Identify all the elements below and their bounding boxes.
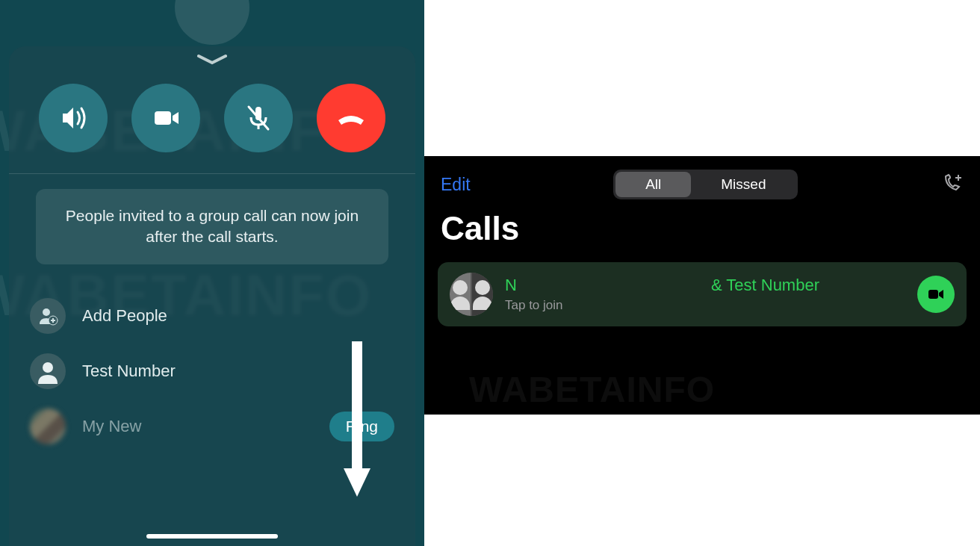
tab-missed[interactable]: Missed	[691, 172, 796, 197]
chevron-down-icon	[196, 54, 228, 66]
video-icon	[925, 284, 946, 305]
call-buttons-row	[16, 73, 408, 173]
add-people-label: Add People	[82, 306, 394, 326]
avatar-blurred	[30, 409, 66, 444]
name-part-1: N	[505, 276, 517, 295]
call-subtitle: Tap to join	[505, 298, 905, 313]
call-participants-label: N & Test Number	[505, 276, 905, 295]
group-call-sheet: WABETAINFO WABETAINFO	[0, 0, 424, 546]
video-button[interactable]	[131, 84, 200, 152]
avatar	[30, 353, 66, 389]
speaker-button[interactable]	[39, 84, 108, 152]
info-text: People invited to a group call can now j…	[66, 207, 359, 245]
hangup-icon	[331, 98, 371, 138]
mic-off-icon	[240, 99, 277, 137]
calls-filter-segmented[interactable]: All Missed	[613, 170, 798, 199]
root: WABETAINFO WABETAINFO	[0, 0, 980, 546]
svg-rect-0	[155, 111, 171, 125]
calls-header: Edit All Missed	[424, 156, 980, 204]
group-avatar	[450, 273, 493, 316]
phone-plus-icon	[941, 172, 964, 194]
join-video-button[interactable]	[917, 276, 955, 313]
tab-all[interactable]: All	[615, 172, 691, 197]
calls-title: Calls	[424, 204, 980, 258]
add-people-icon	[30, 298, 66, 334]
new-call-button[interactable]	[941, 172, 964, 197]
mute-button[interactable]	[224, 84, 293, 152]
active-call-row[interactable]: N & Test Number Tap to join	[438, 262, 967, 326]
group-call-info: People invited to a group call can now j…	[36, 189, 388, 264]
divider	[9, 173, 415, 174]
annotation-arrow	[344, 341, 370, 498]
calls-screen: Edit All Missed Calls	[424, 156, 980, 415]
name-part-2: & Test Number	[711, 276, 819, 295]
participant-name: My New	[82, 417, 313, 436]
speaker-icon	[54, 99, 93, 137]
svg-point-8	[43, 362, 53, 373]
video-icon	[147, 99, 184, 137]
caller-avatar	[175, 0, 249, 45]
calls-list-screenshot: Edit All Missed Calls	[424, 0, 980, 546]
edit-button[interactable]: Edit	[441, 175, 471, 195]
add-people-row[interactable]: Add People	[24, 288, 400, 344]
home-indicator[interactable]	[146, 534, 278, 539]
svg-rect-12	[928, 290, 938, 299]
call-controls-sheet: People invited to a group call can now j…	[9, 46, 415, 546]
svg-point-4	[43, 308, 50, 316]
sheet-grabber[interactable]	[16, 46, 408, 73]
end-call-button[interactable]	[317, 84, 385, 152]
watermark: WABETAINFO	[469, 369, 715, 410]
call-text: N & Test Number Tap to join	[505, 276, 905, 313]
